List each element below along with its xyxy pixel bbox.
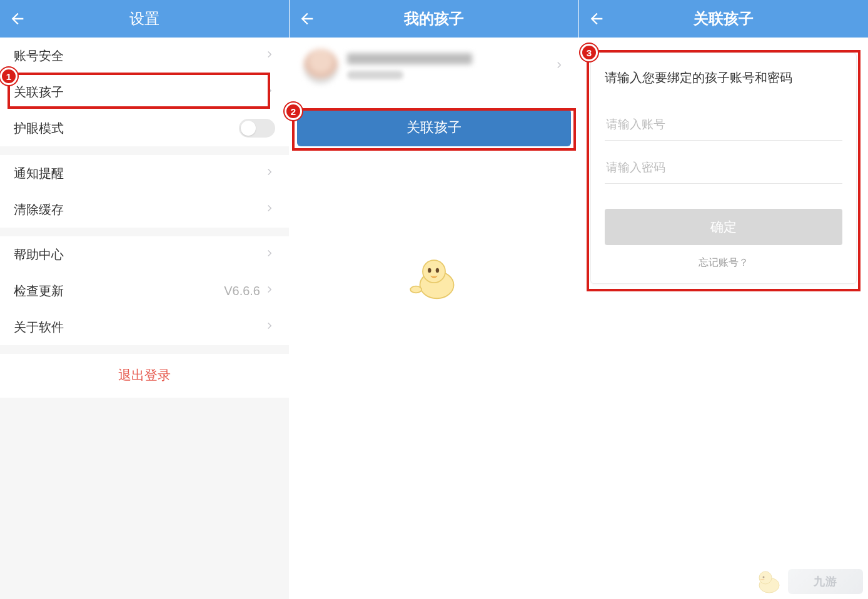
panel-settings: 设置 账号安全 关联孩子 护眼模式 (0, 0, 290, 599)
card-title: 请输入您要绑定的孩子账号和密码 (605, 69, 842, 86)
row-label: 帮助中心 (14, 246, 264, 263)
header-my-child: 我的孩子 (290, 0, 578, 38)
chevron-right-icon (264, 165, 275, 181)
header-title-associate: 关联孩子 (579, 9, 868, 29)
settings-group-about: 帮助中心 检查更新 V6.6.6 关于软件 (0, 236, 289, 345)
watermark: 九游 (752, 569, 863, 594)
back-icon[interactable] (298, 10, 316, 28)
chevron-right-icon (264, 201, 275, 218)
associate-button-wrap: 关联孩子 (290, 109, 578, 146)
divider (0, 228, 289, 236)
child-info (347, 53, 548, 79)
forgot-account-link[interactable]: 忘记账号？ (605, 256, 842, 269)
chevron-right-icon (553, 58, 565, 74)
row-check-update[interactable]: 检查更新 V6.6.6 (0, 273, 289, 309)
row-label: 护眼模式 (14, 120, 239, 137)
row-label: 关于软件 (14, 319, 264, 336)
svg-point-4 (410, 286, 421, 293)
settings-group-notify: 通知提醒 清除缓存 (0, 155, 289, 228)
divider (0, 146, 289, 155)
chevron-right-icon (264, 319, 275, 335)
eye-mode-toggle[interactable] (239, 119, 275, 138)
row-clear-cache[interactable]: 清除缓存 (0, 191, 289, 228)
row-notify[interactable]: 通知提醒 (0, 155, 289, 191)
row-eye-mode[interactable]: 护眼模式 (0, 110, 289, 146)
logout-button[interactable]: 退出登录 (0, 354, 289, 398)
child-row[interactable] (290, 38, 578, 95)
row-about[interactable]: 关于软件 (0, 309, 289, 345)
row-label: 清除缓存 (14, 201, 264, 218)
confirm-button[interactable]: 确定 (605, 209, 842, 245)
back-icon[interactable] (9, 10, 26, 28)
svg-point-6 (759, 571, 772, 584)
row-help-center[interactable]: 帮助中心 (0, 236, 289, 273)
password-input[interactable] (605, 154, 842, 184)
row-label: 通知提醒 (14, 165, 264, 182)
divider (0, 345, 289, 354)
header-associate: 关联孩子 (579, 0, 868, 38)
header-settings: 设置 (0, 0, 289, 38)
header-title-settings: 设置 (0, 9, 289, 29)
bind-card: 请输入您要绑定的孩子账号和密码 确定 忘记账号？ (590, 53, 857, 284)
child-name-blurred (347, 53, 472, 64)
version-text: V6.6.6 (224, 284, 260, 298)
panel-my-child: 我的孩子 关联孩子 2 (290, 0, 579, 599)
chevron-right-icon (264, 246, 275, 263)
row-label: 关联孩子 (14, 84, 264, 101)
chevron-right-icon (264, 283, 275, 299)
settings-group-account: 账号安全 关联孩子 护眼模式 (0, 38, 289, 146)
header-title-my-child: 我的孩子 (290, 9, 578, 29)
svg-point-2 (428, 268, 431, 273)
svg-point-1 (423, 260, 445, 283)
child-sub-blurred (347, 71, 403, 79)
row-account-security[interactable]: 账号安全 (0, 38, 289, 74)
panel-associate: 关联孩子 请输入您要绑定的孩子账号和密码 确定 忘记账号？ 3 (579, 0, 868, 599)
svg-point-7 (763, 576, 765, 578)
row-label: 账号安全 (14, 48, 264, 64)
chevron-right-icon (264, 84, 275, 100)
back-icon[interactable] (588, 10, 605, 28)
svg-point-3 (436, 268, 439, 273)
mascot-icon (406, 250, 462, 306)
watermark-duck-icon (752, 569, 783, 594)
row-label: 检查更新 (14, 283, 224, 300)
watermark-logo: 九游 (788, 569, 863, 594)
avatar (303, 49, 338, 84)
chevron-right-icon (264, 48, 275, 64)
account-input[interactable] (605, 111, 842, 141)
row-associate-child[interactable]: 关联孩子 (0, 74, 289, 110)
associate-child-button[interactable]: 关联孩子 (297, 109, 571, 146)
divider (0, 398, 289, 599)
